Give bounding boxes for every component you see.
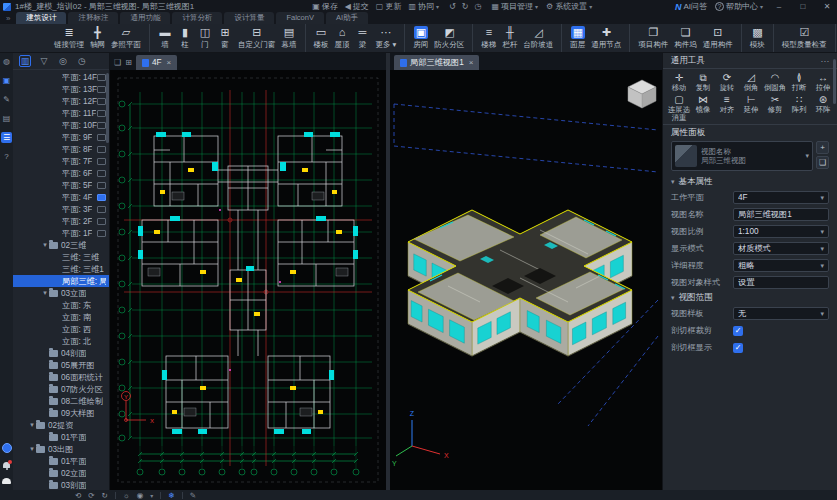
pan-icon[interactable]: ⟲ xyxy=(75,491,81,500)
tree-item[interactable]: 局部三维: 局部一 xyxy=(13,275,109,287)
titlebar-ai-button[interactable]: NAI问答 xyxy=(675,1,707,12)
open-view-icon[interactable] xyxy=(97,218,106,225)
ribbon-button[interactable]: ▮柱 xyxy=(178,26,192,50)
draw-icon[interactable]: ✎ xyxy=(190,491,196,500)
ribbon-button[interactable]: ╋轴网 xyxy=(90,26,105,50)
tool-button[interactable]: ⊛环阵 xyxy=(811,94,835,122)
section-header[interactable]: ▾视图范围 xyxy=(663,291,837,305)
tree-item[interactable]: 三维: 三维1 xyxy=(13,263,109,275)
locate-icon[interactable]: ◎ xyxy=(57,56,69,66)
titlebar-menu[interactable]: ⚙系统设置▾ xyxy=(546,1,592,12)
tree-item[interactable]: ▾03立面 xyxy=(13,287,109,299)
open-view-icon[interactable] xyxy=(97,158,106,165)
ribbon-tab[interactable]: FalconV xyxy=(276,12,324,24)
tree-item[interactable]: 平面: 9F xyxy=(13,131,109,143)
ribbon-tab[interactable]: 建筑设计 xyxy=(16,12,66,24)
ribbon-button[interactable]: ▦面层 xyxy=(570,26,585,50)
tree-item[interactable]: 平面: 12F xyxy=(13,95,109,107)
plan-view-tab[interactable]: 4F × xyxy=(136,55,177,70)
account-icon[interactable] xyxy=(2,443,12,453)
tree-item[interactable]: 05展开图 xyxy=(13,359,109,371)
browser-scrollbar[interactable] xyxy=(106,73,109,143)
titlebar-action[interactable]: ▥协同▾ xyxy=(408,1,439,12)
help-icon[interactable]: ? xyxy=(1,151,12,162)
tree-item[interactable]: 02立面 xyxy=(13,467,109,479)
prop-select[interactable]: 无▾ xyxy=(733,307,829,320)
tool-button[interactable]: ⧉复制 xyxy=(691,72,715,92)
open-view-icon[interactable] xyxy=(97,110,106,117)
ribbon-button[interactable]: ╫栏杆 xyxy=(502,26,517,50)
open-view-icon[interactable] xyxy=(97,182,106,189)
library-icon[interactable]: ▤ xyxy=(1,113,12,124)
workbench-icon[interactable]: ◍ xyxy=(1,56,12,67)
prop-select[interactable]: 1:100▾ xyxy=(733,225,829,238)
ribbon-button[interactable]: ▭楼板 xyxy=(314,26,329,50)
ribbon-button[interactable]: ❏构件坞 xyxy=(674,26,697,50)
ribbon-tab[interactable]: AI助手 xyxy=(326,12,368,24)
ribbon-tab[interactable]: 计算分析 xyxy=(172,12,222,24)
titlebar-action[interactable]: ▢更新 xyxy=(376,1,402,12)
tree-item[interactable]: 平面: 10F xyxy=(13,119,109,131)
tree-item[interactable]: 07防火分区 xyxy=(13,383,109,395)
ribbon-button[interactable]: ⊞窗 xyxy=(218,26,232,50)
tree-item[interactable]: 平面: 8F xyxy=(13,143,109,155)
bulb-icon[interactable]: ☼ xyxy=(123,491,130,500)
open-view-icon[interactable] xyxy=(97,170,106,177)
collapse-ribbon-icon[interactable]: » xyxy=(6,14,10,23)
plan-canvas[interactable]: Y X xyxy=(110,70,386,490)
open-view-icon[interactable] xyxy=(97,98,106,105)
ribbon-button[interactable]: ◿台阶坡道 xyxy=(523,26,553,50)
titlebar-history-button[interactable]: ↺ xyxy=(449,2,456,11)
titlebar-history-button[interactable]: ◷ xyxy=(474,2,481,11)
close-tab-icon[interactable]: × xyxy=(166,58,171,67)
design-icon[interactable]: ▣ xyxy=(1,75,12,86)
open-view-icon[interactable] xyxy=(97,206,106,213)
ribbon-button[interactable]: ▩模块 xyxy=(750,26,765,50)
duplicate-type-button[interactable]: ❏ xyxy=(816,156,829,169)
three-d-canvas[interactable]: Z X Y xyxy=(390,70,662,490)
prop-button[interactable]: 设置 xyxy=(733,276,829,289)
three-d-view-tab[interactable]: 局部三维视图1 × xyxy=(394,55,479,70)
prop-select[interactable]: 4F▾ xyxy=(733,191,829,204)
tree-item[interactable]: 09大样图 xyxy=(13,407,109,419)
ribbon-button[interactable]: ⋯更多 ▾ xyxy=(376,26,397,50)
tree-item[interactable]: 平面: 7F xyxy=(13,155,109,167)
titlebar-action[interactable]: ◀提交 xyxy=(345,1,369,12)
panel-pin-icon[interactable]: ▥ xyxy=(19,55,31,67)
ribbon-tab[interactable]: 通用功能 xyxy=(120,12,170,24)
tool-button[interactable]: ∷阵列 xyxy=(787,94,811,122)
tool-button[interactable]: ⊢延伸 xyxy=(739,94,763,122)
ribbon-tab[interactable]: 注释标注 xyxy=(68,12,118,24)
zoom-icon[interactable]: ↻ xyxy=(102,491,108,500)
tool-button[interactable]: ↔拉伸 xyxy=(811,72,835,92)
tool-button[interactable]: ◿倒角 xyxy=(739,72,763,92)
float-view-icon[interactable]: ⊞ xyxy=(125,58,132,67)
annotate-icon[interactable]: ✎ xyxy=(1,94,12,105)
titlebar-menu[interactable]: ▦项目管理▾ xyxy=(491,1,538,12)
section-header[interactable]: ▾基本属性 xyxy=(663,175,837,189)
close-tab-icon[interactable]: × xyxy=(469,58,474,67)
ribbon-button[interactable]: ⊟自定义门窗 xyxy=(238,26,276,50)
tree-item[interactable]: 平面: 6F xyxy=(13,167,109,179)
tool-button[interactable]: ✛移动 xyxy=(667,72,691,92)
filter-icon[interactable]: ▽ xyxy=(38,56,50,66)
close-button[interactable]: ✕ xyxy=(819,2,835,11)
ribbon-button[interactable]: ⌂屋顶 xyxy=(335,26,350,50)
ribbon-button[interactable]: ▣房间 xyxy=(413,26,428,50)
ribbon-tab[interactable]: 设计算量 xyxy=(224,12,274,24)
prop-select[interactable]: 材质模式▾ xyxy=(733,242,829,255)
tool-button[interactable]: ≬打断 xyxy=(787,72,811,92)
tree-item[interactable]: 06面积统计 xyxy=(13,371,109,383)
tree-item[interactable]: 03剖面 xyxy=(13,479,109,490)
tool-button[interactable]: ≡对齐 xyxy=(715,94,739,122)
ribbon-button[interactable]: ≡楼梯 xyxy=(481,26,496,50)
orbit-icon[interactable]: ⟳ xyxy=(88,491,94,500)
tree-item[interactable]: 立面: 北 xyxy=(13,335,109,347)
tree-item[interactable]: 平面: 2F xyxy=(13,215,109,227)
ribbon-button[interactable]: ▱参照平面 xyxy=(111,26,141,50)
open-view-icon[interactable] xyxy=(97,230,106,237)
titlebar-action[interactable]: ▣保存 xyxy=(312,1,338,12)
ribbon-button[interactable]: ▬墙 xyxy=(158,26,172,50)
visibility-icon[interactable]: ◉ xyxy=(137,491,144,500)
maximize-button[interactable]: □ xyxy=(795,2,811,11)
